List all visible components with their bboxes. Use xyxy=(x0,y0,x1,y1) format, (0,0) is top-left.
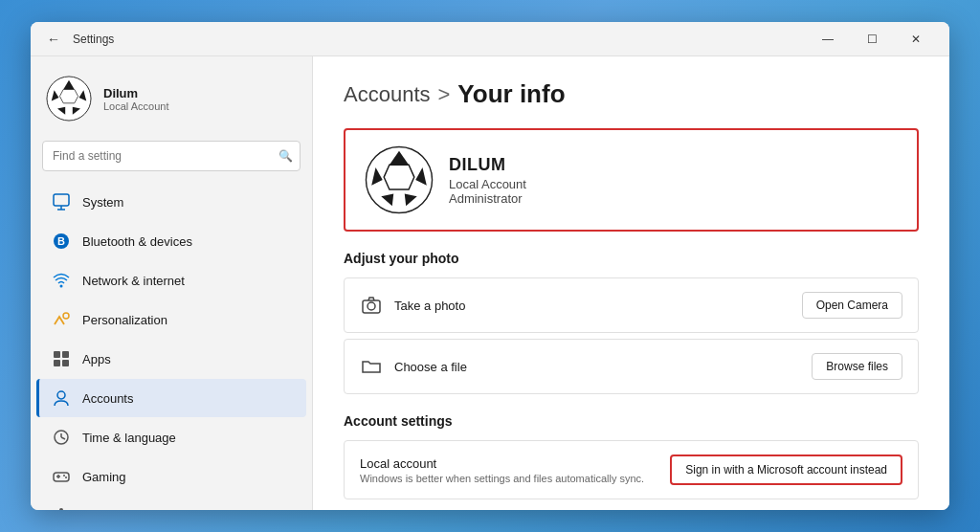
local-account-title: Local account xyxy=(360,456,644,471)
profile-avatar-large xyxy=(365,145,434,214)
svg-text:B: B xyxy=(57,235,65,247)
svg-point-27 xyxy=(59,508,63,510)
apps-icon xyxy=(52,349,71,368)
time-icon xyxy=(52,428,71,447)
local-account-row: Local account Windows is better when set… xyxy=(344,440,919,499)
back-button[interactable]: ← xyxy=(42,28,65,51)
minimize-button[interactable]: — xyxy=(806,22,850,56)
sidebar-item-accounts-label: Accounts xyxy=(82,391,133,406)
profile-details: DILUM Local Account Administrator xyxy=(449,155,526,206)
folder-icon xyxy=(360,355,383,378)
account-row-left: Local account Windows is better when set… xyxy=(360,456,644,484)
network-icon xyxy=(52,271,71,290)
sidebar-item-personalization-label: Personalization xyxy=(82,313,167,327)
sidebar-item-system-label: System xyxy=(82,195,123,210)
svg-rect-16 xyxy=(54,360,60,366)
search-icon: 🔍 xyxy=(278,149,293,163)
sidebar-item-gaming-label: Gaming xyxy=(82,470,126,484)
sidebar: Dilum Local Account 🔍 System B Bluetoo xyxy=(31,56,313,510)
system-icon xyxy=(52,192,71,211)
window-controls: — ☐ ✕ xyxy=(806,22,938,56)
user-profile: Dilum Local Account xyxy=(31,64,312,137)
user-type: Local Account xyxy=(103,100,169,112)
breadcrumb: Accounts > Your info xyxy=(344,79,919,109)
svg-point-12 xyxy=(60,285,63,288)
choose-file-label: Choose a file xyxy=(394,360,467,374)
svg-point-13 xyxy=(63,313,69,319)
open-camera-button[interactable]: Open Camera xyxy=(802,292,902,319)
sidebar-item-accessibility[interactable]: Accessibility xyxy=(36,497,306,510)
svg-rect-7 xyxy=(54,194,69,206)
take-photo-row: Take a photo Open Camera xyxy=(344,277,919,333)
profile-highlight-box: DILUM Local Account Administrator xyxy=(344,128,919,232)
sidebar-item-network-label: Network & internet xyxy=(82,274,185,288)
sidebar-item-gaming[interactable]: Gaming xyxy=(36,457,306,496)
titlebar-left: ← Settings xyxy=(42,28,806,51)
sidebar-item-apps[interactable]: Apps xyxy=(36,340,306,378)
profile-name: DILUM xyxy=(449,155,526,175)
accounts-icon xyxy=(52,388,71,408)
adjust-photo-heading: Adjust your photo xyxy=(344,251,919,266)
take-photo-left: Take a photo xyxy=(360,294,465,317)
sidebar-item-accounts[interactable]: Accounts xyxy=(36,379,306,417)
sidebar-item-accessibility-label: Accessibility xyxy=(82,509,150,511)
breadcrumb-current: Your info xyxy=(457,79,565,109)
sidebar-item-time[interactable]: Time & language xyxy=(36,418,306,456)
account-settings-heading: Account settings xyxy=(344,413,919,429)
settings-window: ← Settings — ☐ ✕ xyxy=(31,22,949,510)
maximize-button[interactable]: ☐ xyxy=(850,22,894,56)
gaming-icon xyxy=(52,467,71,486)
sidebar-item-network[interactable]: Network & internet xyxy=(36,261,306,299)
svg-line-21 xyxy=(61,437,65,439)
take-photo-label: Take a photo xyxy=(394,299,465,313)
sidebar-item-system[interactable]: System xyxy=(36,183,306,221)
svg-rect-17 xyxy=(62,360,69,366)
svg-point-26 xyxy=(65,477,67,478)
search-input[interactable] xyxy=(42,141,301,171)
main-content: Accounts > Your info xyxy=(313,56,949,510)
svg-point-25 xyxy=(63,475,65,477)
user-info: Dilum Local Account xyxy=(103,86,169,112)
svg-point-40 xyxy=(368,302,375,310)
avatar xyxy=(46,76,92,122)
profile-account-type: Local Account xyxy=(449,177,526,191)
profile-role: Administrator xyxy=(449,191,526,206)
sidebar-item-time-label: Time & language xyxy=(82,431,176,445)
svg-point-18 xyxy=(57,391,65,399)
content-area: Dilum Local Account 🔍 System B Bluetoo xyxy=(31,56,949,510)
close-button[interactable]: ✕ xyxy=(894,22,938,56)
search-box: 🔍 xyxy=(42,141,301,171)
svg-rect-14 xyxy=(54,351,60,358)
account-settings-section: Account settings Local account Windows i… xyxy=(344,413,919,499)
bluetooth-icon: B xyxy=(52,232,71,251)
breadcrumb-parent: Accounts xyxy=(344,82,431,107)
svg-rect-15 xyxy=(62,351,69,358)
personalization-icon xyxy=(52,310,71,329)
sidebar-item-bluetooth-label: Bluetooth & devices xyxy=(82,234,192,249)
camera-icon xyxy=(360,294,383,317)
local-account-desc: Windows is better when settings and file… xyxy=(360,473,644,484)
user-name: Dilum xyxy=(103,86,169,100)
titlebar: ← Settings — ☐ ✕ xyxy=(31,22,949,56)
window-title: Settings xyxy=(73,33,114,46)
browse-files-button[interactable]: Browse files xyxy=(812,353,902,380)
choose-file-left: Choose a file xyxy=(360,355,467,378)
accessibility-icon xyxy=(52,506,71,510)
breadcrumb-separator: > xyxy=(438,82,451,107)
sign-in-microsoft-button[interactable]: Sign in with a Microsoft account instead xyxy=(670,454,902,485)
sidebar-item-apps-label: Apps xyxy=(82,352,111,366)
sidebar-item-personalization[interactable]: Personalization xyxy=(36,300,306,339)
choose-file-row: Choose a file Browse files xyxy=(344,339,919,394)
sidebar-item-bluetooth[interactable]: B Bluetooth & devices xyxy=(36,222,306,260)
